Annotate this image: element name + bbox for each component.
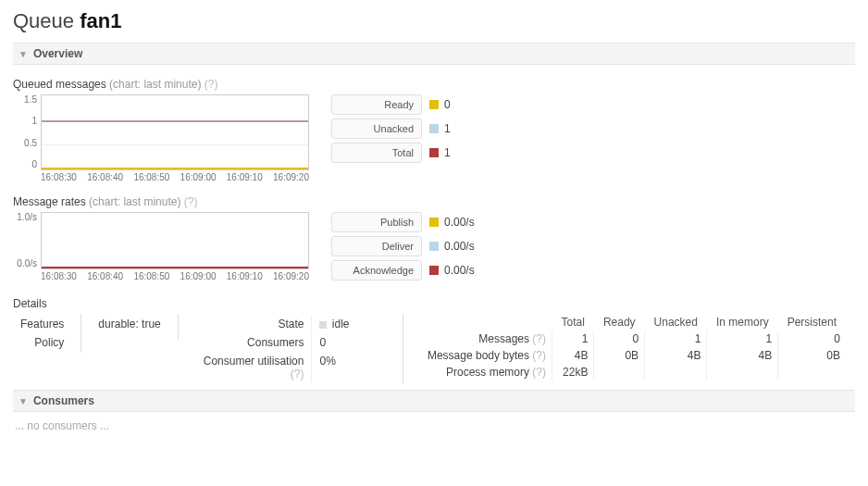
swatch-icon <box>429 242 439 251</box>
title-prefix: Queue <box>13 9 74 32</box>
rates-heading: Message rates (chart: last minute) (?) <box>13 195 855 208</box>
details-heading: Details <box>13 297 855 310</box>
chevron-down-icon: ▼ <box>19 49 28 59</box>
state-value: idle <box>332 318 350 330</box>
features-value: durable: true <box>93 316 166 332</box>
swatch-icon <box>429 266 439 275</box>
rates-help-icon[interactable]: (?) <box>184 195 198 208</box>
series-unacked <box>42 120 308 122</box>
features-label: Features <box>15 316 69 332</box>
section-overview-title: Overview <box>33 47 82 60</box>
table-row: Messages (?) 1 0 1 1 0 <box>422 330 846 347</box>
section-consumers-title: Consumers <box>33 394 94 407</box>
consumers-label: Consumers <box>190 334 310 351</box>
rates-legend: Publish 0.00/s Deliver 0.00/s Acknowledg… <box>331 212 475 284</box>
legend-total: Total 1 <box>331 143 451 163</box>
util-value: 0% <box>311 353 391 382</box>
policy-value <box>93 334 166 338</box>
stats-table: Total Ready Unacked In memory Persistent… <box>422 314 846 380</box>
state-label: State <box>190 316 310 332</box>
util-help-icon[interactable]: (?) <box>291 368 304 380</box>
swatch-icon <box>429 124 439 133</box>
consumers-empty: ... no consumers ... <box>13 412 855 440</box>
queued-chart: 1.5 1 0.5 0 16:08:30 16:08:40 16:08:50 1… <box>13 94 309 182</box>
queued-help-icon[interactable]: (?) <box>205 78 218 91</box>
consumers-value: 0 <box>311 334 391 351</box>
policy-label: Policy <box>15 334 69 351</box>
table-row: Process memory (?) 22kB <box>422 364 846 380</box>
legend-publish: Publish 0.00/s <box>331 212 475 232</box>
swatch-icon <box>429 218 439 227</box>
queued-legend: Ready 0 Unacked 1 Total 1 <box>331 94 451 167</box>
legend-deliver: Deliver 0.00/s <box>331 236 475 256</box>
details-block: Features Policy durable: true State idle <box>13 314 855 384</box>
queued-heading: Queued messages (chart: last minute) (?) <box>13 78 855 91</box>
table-row: Message body bytes (?) 4B 0B 4B 4B 0B <box>422 347 846 364</box>
help-icon[interactable]: (?) <box>532 366 546 379</box>
series-ready <box>42 168 308 169</box>
swatch-icon <box>429 148 439 157</box>
legend-unacked: Unacked 1 <box>331 118 451 139</box>
swatch-icon <box>429 100 439 109</box>
page-title: Queue fan1 <box>13 9 855 33</box>
section-consumers-header[interactable]: ▼ Consumers <box>13 390 855 412</box>
chevron-down-icon: ▼ <box>19 396 28 406</box>
legend-acknowledge: Acknowledge 0.00/s <box>331 260 475 280</box>
idle-icon <box>319 321 327 329</box>
rates-chart: 1.0/s 0.0/s 16:08:30 16:08:40 16:08:50 1… <box>13 212 309 281</box>
section-overview-header[interactable]: ▼ Overview <box>13 43 855 65</box>
help-icon[interactable]: (?) <box>532 332 546 345</box>
help-icon[interactable]: (?) <box>532 349 546 362</box>
legend-ready: Ready 0 <box>331 94 451 115</box>
section-overview-body: Queued messages (chart: last minute) (?)… <box>13 65 855 390</box>
series-ack <box>42 267 308 268</box>
queue-name: fan1 <box>80 9 121 32</box>
util-label: Consumer utilisation <box>204 355 304 368</box>
